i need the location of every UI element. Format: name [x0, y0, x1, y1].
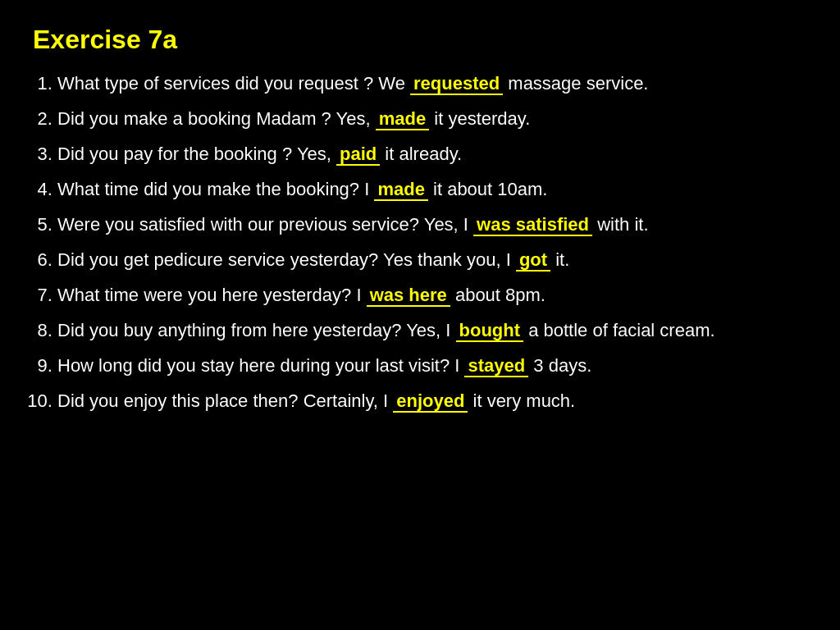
item-6-after: it.: [550, 249, 569, 270]
item-5-after: with it.: [592, 214, 648, 235]
item-6-before: Did you get pedicure service yesterday? …: [57, 249, 516, 270]
item-3-answer: paid: [336, 144, 380, 166]
item-1-after: massage service.: [503, 73, 648, 94]
exercise-title: Exercise 7a: [33, 25, 807, 55]
item-4-after: it about 10am.: [428, 179, 548, 199]
item-5-before: Were you satisfied with our previous ser…: [57, 214, 473, 235]
item-7-after: about 8pm.: [450, 285, 546, 305]
list-item-9: How long did you stay here during your l…: [57, 352, 807, 379]
list-item-7: What time were you here yesterday? I was…: [57, 281, 807, 308]
item-9-after: 3 days.: [528, 355, 591, 376]
list-item-8: Did you buy anything from here yesterday…: [57, 317, 807, 344]
item-9-before: How long did you stay here during your l…: [57, 355, 464, 376]
list-item-2: Did you make a booking Madam ? Yes, made…: [57, 105, 807, 132]
item-2-after: it yesterday.: [429, 108, 530, 129]
list-item-5: Were you satisfied with our previous ser…: [57, 211, 807, 238]
item-8-before: Did you buy anything from here yesterday…: [57, 320, 456, 340]
item-1-before: What type of services did you request ? …: [57, 73, 410, 94]
list-item-3: Did you pay for the booking ? Yes, paid …: [57, 140, 807, 167]
item-4-before: What time did you make the booking? I: [57, 179, 374, 199]
list-item-10: Did you enjoy this place then? Certainly…: [57, 387, 807, 414]
item-6-answer: got: [516, 249, 550, 272]
item-8-answer: bought: [456, 320, 524, 342]
item-1-answer: requested: [410, 73, 503, 95]
item-8-after: a bottle of facial cream.: [523, 320, 715, 340]
item-7-answer: was here: [367, 285, 450, 307]
item-4-answer: made: [374, 179, 427, 201]
list-item-6: Did you get pedicure service yesterday? …: [57, 246, 807, 273]
item-5-answer: was satisfied: [473, 214, 592, 236]
list-item-4: What time did you make the booking? I ma…: [57, 176, 807, 203]
item-2-answer: made: [376, 108, 429, 130]
item-10-after: it very much.: [468, 390, 575, 411]
item-10-before: Did you enjoy this place then? Certainly…: [57, 390, 393, 411]
exercise-list: What type of services did you request ? …: [33, 70, 807, 414]
item-3-before: Did you pay for the booking ? Yes,: [57, 144, 336, 164]
item-9-answer: stayed: [464, 355, 528, 377]
item-10-answer: enjoyed: [393, 390, 468, 413]
list-item-1: What type of services did you request ? …: [57, 70, 807, 97]
item-3-after: it already.: [380, 144, 462, 164]
item-2-before: Did you make a booking Madam ? Yes,: [57, 108, 376, 129]
item-7-before: What time were you here yesterday? I: [57, 285, 367, 305]
